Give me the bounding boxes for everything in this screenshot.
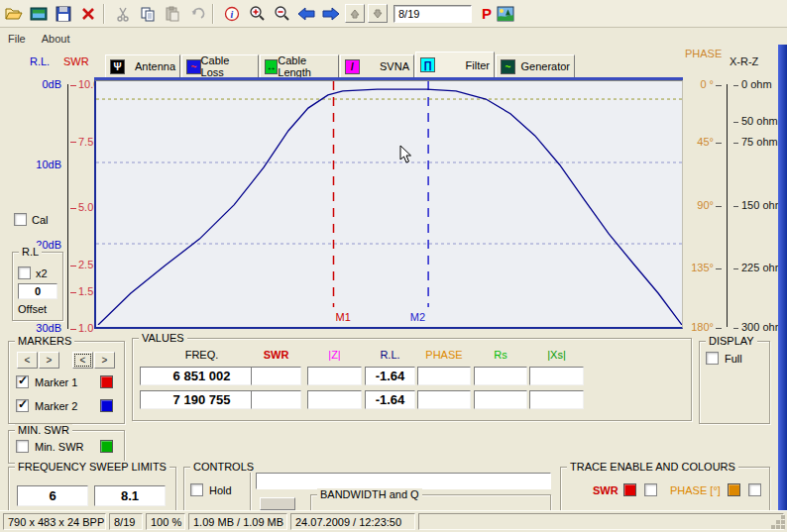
marker1-checkbox[interactable]	[16, 375, 29, 388]
undo-icon[interactable]	[186, 3, 208, 25]
axis-tick-label: 75 ohm	[733, 136, 778, 148]
comment-field[interactable]	[256, 473, 551, 489]
page-indicator-field[interactable]	[394, 5, 472, 23]
axis-tick-label: 30dB	[36, 322, 61, 334]
values-column-header: |Z|	[307, 349, 362, 361]
marker2-prev-button[interactable]: <	[72, 352, 93, 369]
freq-sweep-title: FREQUENCY SWEEP LIMITS	[15, 461, 169, 473]
min-swr-panel: MIN. SWR Min. SWR	[8, 430, 125, 464]
axis-tick-label: 150 ohm	[733, 199, 784, 211]
tab-filter[interactable]: ∏ Filter	[415, 52, 495, 78]
resize-grip[interactable]	[781, 525, 785, 529]
page-down-button[interactable]	[368, 4, 388, 23]
menu-about[interactable]: About	[42, 33, 70, 45]
tab-label: Generator	[520, 60, 570, 72]
axis-tick-label: 50 ohm	[733, 115, 778, 127]
value-cell-phase[interactable]	[417, 367, 471, 385]
chart-plot-area[interactable]: M1M2	[94, 80, 683, 329]
p-marker-icon[interactable]: P	[482, 5, 492, 22]
page-up-button[interactable]	[345, 4, 365, 23]
previous-image-icon[interactable]	[295, 3, 317, 25]
values-column-header: R.L.	[365, 349, 415, 361]
value-cell-swr[interactable]	[251, 390, 301, 409]
info-icon[interactable]: i	[221, 3, 243, 25]
x2-checkbox[interactable]	[18, 266, 31, 279]
value-cell-xs[interactable]	[529, 390, 584, 409]
values-row: 6 851 002-1.64	[133, 367, 691, 385]
tab-label: Filter	[466, 59, 490, 71]
right-axis-line	[727, 84, 728, 327]
value-cell-rl[interactable]: -1.64	[365, 367, 415, 385]
cal-checkbox[interactable]	[14, 213, 27, 226]
axis-tick-label: 10dB	[36, 159, 61, 170]
status-bar: 790 x 483 x 24 BPP8/19100 %1.09 MB / 1.0…	[0, 510, 787, 532]
marker1-next-button[interactable]: >	[39, 352, 59, 369]
tab-label: Cable Loss	[201, 54, 254, 78]
menu-file[interactable]: File	[8, 33, 26, 45]
open-file-icon[interactable]	[3, 3, 25, 25]
value-cell-rs[interactable]	[474, 367, 527, 385]
value-cell-freq[interactable]: 6 851 002	[140, 367, 264, 385]
antenna-icon: Ψ	[110, 59, 125, 74]
save-icon[interactable]	[53, 3, 74, 25]
zoom-out-icon[interactable]	[271, 3, 292, 25]
trace-phase-color-swatch[interactable]	[728, 483, 740, 496]
controls-panel-title: CONTROLS	[190, 461, 257, 473]
tab-generator[interactable]: ~ Generator	[496, 54, 575, 78]
rl-axis-title: R.L.	[30, 55, 50, 67]
next-image-icon[interactable]	[320, 3, 342, 25]
axis-tick-label: 0dB	[42, 78, 61, 90]
trace-swr-checkbox[interactable]	[644, 483, 657, 496]
paste-icon[interactable]	[162, 3, 183, 25]
value-cell-rs[interactable]	[474, 390, 527, 409]
tab-label: SVNA	[380, 60, 409, 72]
values-column-header: SWR	[251, 349, 301, 361]
chart-canvas: M1M2	[96, 81, 682, 325]
tab-svna[interactable]: / SVNA	[340, 54, 414, 78]
axis-tick-label: 135°	[691, 262, 722, 273]
svg-text:i: i	[231, 9, 234, 20]
values-column-header: |Xs|	[529, 349, 584, 361]
sweep-start-field[interactable]: 6	[17, 485, 88, 506]
toolbar: i P	[0, 0, 787, 28]
min-swr-checkbox[interactable]	[16, 440, 29, 453]
partial-button[interactable]	[260, 497, 295, 510]
marker1-prev-button[interactable]: <	[17, 352, 38, 369]
value-cell-z[interactable]	[307, 390, 362, 409]
axis-tick-label: 180°	[691, 321, 722, 333]
min-swr-color-swatch[interactable]	[100, 440, 113, 453]
capture-icon[interactable]	[28, 3, 50, 25]
sweep-stop-field[interactable]: 8.1	[94, 485, 166, 506]
value-cell-freq[interactable]: 7 190 755	[140, 390, 264, 409]
image-viewer-icon[interactable]	[495, 3, 516, 25]
zoom-in-icon[interactable]	[246, 3, 268, 25]
tab-cable-length[interactable]: ↔ Cable Length	[260, 54, 339, 78]
toolbar-separator	[103, 4, 105, 24]
cut-icon[interactable]	[112, 3, 134, 25]
axis-tick-label: 1.0	[70, 322, 93, 334]
trace-swr-color-swatch[interactable]	[623, 483, 636, 496]
tab-cable-loss[interactable]: ~ Cable Loss	[181, 54, 259, 78]
tab-antenna[interactable]: Ψ Antenna	[105, 54, 180, 78]
copy-icon[interactable]	[137, 3, 159, 25]
full-label: Full	[725, 353, 742, 365]
rl-offset-group-title: R.L	[19, 246, 42, 258]
value-cell-xs[interactable]	[529, 367, 584, 385]
full-checkbox[interactable]	[706, 352, 719, 365]
trace-phase-label: PHASE [°]	[670, 484, 721, 496]
value-cell-rl[interactable]: -1.64	[365, 390, 415, 409]
delete-icon[interactable]	[77, 3, 99, 25]
hold-checkbox[interactable]	[190, 483, 203, 496]
value-cell-swr[interactable]	[251, 367, 301, 385]
rl-offset-field[interactable]: 0	[18, 283, 57, 299]
svna-icon: /	[345, 59, 360, 74]
svg-text:M2: M2	[410, 311, 425, 323]
trace-phase-checkbox[interactable]	[748, 483, 761, 496]
marker1-color-swatch[interactable]	[100, 375, 113, 388]
marker2-color-swatch[interactable]	[100, 399, 113, 412]
marker2-next-button[interactable]: >	[94, 352, 115, 369]
value-cell-phase[interactable]	[417, 390, 471, 409]
axis-tick-label: 45°	[697, 136, 722, 148]
marker2-checkbox[interactable]	[16, 399, 29, 412]
value-cell-z[interactable]	[307, 367, 362, 385]
